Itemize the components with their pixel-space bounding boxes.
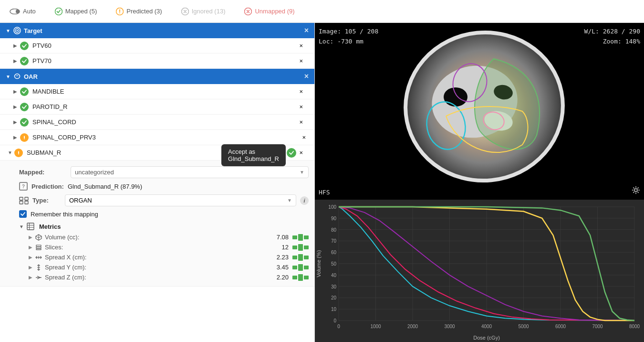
tab-ignored[interactable]: Ignored (13) — [181, 4, 226, 19]
target-icon — [13, 27, 21, 34]
ptv60-actions: × — [299, 42, 309, 49]
svg-rect-22 — [36, 249, 41, 250]
spread-y-chevron[interactable]: ▶ — [29, 265, 32, 270]
spread-y-bar — [292, 264, 309, 271]
bar-center — [298, 254, 303, 261]
type-arrow-icon: ▼ — [287, 198, 292, 203]
top-tabs-bar: Auto Mapped (5) Predicted (3) Ignored (1… — [0, 0, 644, 23]
ptv70-x-btn[interactable]: × — [299, 57, 303, 64]
type-grid-icon — [19, 197, 29, 204]
bar-right — [304, 235, 309, 239]
svg-rect-16 — [27, 223, 34, 230]
prediction-label: Prediction: — [31, 183, 64, 190]
parotid-r-chevron[interactable]: ▶ — [13, 104, 17, 109]
subman-r-name: SUBMAN_R — [27, 149, 287, 156]
mapped-arrow-icon: ▼ — [300, 170, 304, 175]
remember-label: Remember this mapping — [31, 211, 98, 218]
spinal-cord-actions: × — [299, 118, 309, 126]
ptv60-chevron[interactable]: ▶ — [13, 43, 17, 48]
type-dropdown[interactable]: ORGAN ▼ — [65, 194, 296, 206]
slices-value: 12 — [282, 244, 289, 251]
bar-left — [292, 276, 297, 279]
subman-r-status-icon — [14, 149, 23, 157]
tab-unmapped-label: Unmapped (9) — [255, 8, 294, 15]
slices-chevron[interactable]: ▶ — [29, 245, 32, 250]
oar-close-btn[interactable]: × — [304, 72, 309, 81]
mandible-actions: × — [299, 88, 309, 95]
oar-icon — [13, 73, 21, 80]
bar-center — [298, 274, 303, 281]
svg-point-10 — [24, 139, 25, 139]
metrics-chevron: ▼ — [19, 224, 24, 229]
spread-z-chevron[interactable]: ▶ — [29, 275, 32, 280]
mapped-row: Mapped: uncategorized ▼ — [19, 164, 309, 180]
ct-image-area: Image: 105 / 208 Loc: -730 mm W/L: 2628 … — [315, 23, 644, 200]
volume-bar — [292, 234, 309, 241]
tab-predicted[interactable]: Predicted (3) — [116, 4, 162, 19]
metric-row-volume: ▶ Volume (cc): 7.08 — [19, 232, 309, 242]
check-circle-icon — [55, 8, 62, 15]
slices-icon — [35, 244, 42, 251]
parotid-r-x-btn[interactable]: × — [299, 103, 303, 110]
spread-z-icon — [35, 274, 42, 281]
subman-r-accept-btn[interactable] — [287, 148, 296, 158]
ct-info-bottom-right[interactable] — [632, 186, 640, 196]
volume-chevron[interactable]: ▶ — [29, 235, 32, 240]
ptv70-name: PTV70 — [32, 57, 299, 64]
unmapped-circle-icon — [244, 8, 252, 15]
auto-icon — [10, 9, 20, 14]
metrics-header[interactable]: ▼ Metrics — [19, 220, 309, 232]
structure-row-spinal-cord: ▶ SPINAL_CORD × — [0, 115, 314, 130]
subman-r-expanded: Mapped: uncategorized ▼ ? Prediction: Gl… — [0, 160, 314, 287]
bar-left — [292, 235, 297, 239]
ptv60-x-btn[interactable]: × — [299, 42, 303, 49]
remember-mapping-row: Remember this mapping — [19, 208, 309, 220]
spread-x-value: 2.23 — [277, 254, 289, 261]
target-close-btn[interactable]: × — [304, 26, 309, 35]
spread-x-label: Spread X (cm): — [45, 254, 277, 261]
prediction-row: ? Prediction: Glnd_Submand_R (87.9%) — [19, 180, 309, 192]
section-header-oar[interactable]: ▼ OAR × — [0, 69, 314, 84]
parotid-r-status-icon — [20, 103, 29, 111]
bar-right — [304, 246, 309, 249]
tab-unmapped[interactable]: Unmapped (9) — [244, 4, 294, 19]
tab-mapped-label: Mapped (5) — [65, 8, 97, 15]
spinal-cord-prv3-chevron[interactable]: ▶ — [13, 135, 17, 140]
spread-y-value: 3.45 — [277, 264, 289, 271]
volume-value: 7.08 — [277, 234, 289, 241]
ptv70-actions: × — [299, 57, 309, 64]
ct-zoom-info: Zoom: 148% — [584, 37, 640, 47]
mandible-chevron[interactable]: ▶ — [13, 89, 17, 94]
spinal-cord-prv3-name: SPINAL_CORD_PRV3 — [32, 134, 302, 141]
svg-point-4 — [119, 12, 120, 13]
spinal-cord-prv3-x-btn[interactable]: × — [302, 134, 306, 141]
prediction-value: Glnd_Submand_R (87.9%) — [68, 183, 142, 190]
subman-r-outer-chevron[interactable]: ▼ — [8, 150, 12, 155]
ptv70-chevron[interactable]: ▶ — [13, 58, 17, 64]
spinal-cord-chevron[interactable]: ▶ — [13, 119, 17, 125]
ct-wl-info: W/L: 2628 / 290 — [584, 27, 640, 37]
mapped-value: uncategorized — [75, 169, 114, 176]
metric-row-spread-z: ▶ Spread Z (cm): 2.20 — [19, 272, 309, 282]
tab-mapped[interactable]: Mapped (5) — [55, 4, 97, 19]
bar-left — [292, 256, 297, 259]
mandible-x-btn[interactable]: × — [299, 88, 303, 95]
settings-icon[interactable] — [632, 186, 640, 194]
spread-x-chevron[interactable]: ▶ — [29, 255, 32, 260]
spread-z-bar — [292, 274, 309, 281]
target-section-label: Target — [24, 27, 42, 34]
subman-r-x-btn[interactable]: × — [299, 149, 303, 156]
parotid-r-actions: × — [299, 103, 309, 110]
svg-point-9 — [16, 30, 18, 32]
tab-auto[interactable]: Auto — [10, 4, 36, 19]
metrics-title: Metrics — [39, 223, 61, 230]
section-header-target[interactable]: ▼ Target × — [0, 23, 314, 38]
type-info-icon[interactable]: i — [300, 196, 309, 205]
mapped-dropdown[interactable]: uncategorized ▼ — [71, 166, 309, 178]
svg-point-28 — [634, 189, 637, 192]
spinal-cord-x-btn[interactable]: × — [299, 118, 303, 126]
tab-auto-label: Auto — [23, 8, 36, 15]
oar-section-label: OAR — [24, 73, 38, 80]
right-panel: Image: 105 / 208 Loc: -730 mm W/L: 2628 … — [315, 23, 644, 342]
remember-checkbox[interactable] — [19, 210, 27, 218]
